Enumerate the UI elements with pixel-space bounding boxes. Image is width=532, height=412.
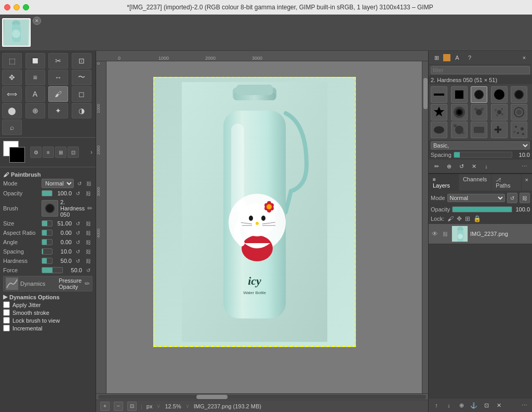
incremental-row[interactable]: Incremental (3, 325, 92, 331)
mode-select[interactable]: Normal (42, 179, 74, 188)
maximize-button[interactable] (23, 4, 29, 10)
canvas-content[interactable]: icy Water Bottle (107, 61, 422, 393)
layer-chain-icon[interactable]: ⛓ (441, 230, 449, 238)
layer-item[interactable]: 👁 ⛓ IMG_2237.png (429, 224, 532, 244)
brushes-close-icon[interactable]: × (518, 52, 530, 63)
tool-grid2-btn[interactable]: ⊡ (68, 147, 79, 158)
status-add-btn[interactable]: + (100, 402, 110, 411)
h-scroll-track[interactable] (98, 395, 426, 399)
layer-delete-icon[interactable]: ✕ (493, 400, 504, 411)
h-scroll-thumb[interactable] (196, 395, 228, 399)
spacing-slider[interactable]: 10.0 (42, 248, 72, 255)
tool-paintbrush[interactable]: 🖌 (48, 86, 68, 102)
apply-jitter-row[interactable]: Apply Jitter (3, 301, 92, 308)
spacing-reset-icon[interactable]: ↺ (74, 247, 82, 256)
lock-alpha-icon[interactable]: ⊞ (465, 215, 470, 222)
edit-dynamics-btn[interactable]: ✏ (85, 280, 90, 287)
brush-menu-icon[interactable]: ⋯ (518, 161, 530, 172)
tool-rect-select[interactable]: ⬚ (2, 53, 22, 69)
brush-item-splat[interactable] (451, 122, 468, 138)
tool-eraser[interactable]: ◻ (72, 86, 91, 102)
tool-grid-btn[interactable]: ⊞ (55, 147, 66, 158)
opacity-reset-icon[interactable]: ↺ (74, 189, 82, 197)
tool-heal[interactable]: ✦ (48, 103, 68, 118)
mode-reset-icon[interactable]: ↺ (76, 179, 83, 188)
brush-item-scatter[interactable] (511, 122, 527, 138)
v-scroll-thumb[interactable] (423, 78, 428, 109)
close-tab-button[interactable]: ✕ (33, 17, 41, 25)
brush-duplicate-icon[interactable]: ⊕ (443, 161, 455, 172)
image-thumbnail[interactable] (2, 18, 31, 47)
brush-filter-input[interactable] (431, 66, 530, 74)
aspect-slider[interactable]: 0.00 (42, 230, 72, 236)
brush-item-chalk[interactable] (431, 122, 447, 138)
opacity-slider[interactable]: 100.0 (42, 190, 72, 196)
tool-flip[interactable]: ⟺ (2, 86, 22, 102)
apply-jitter-checkbox[interactable] (3, 301, 10, 308)
smooth-stroke-checkbox[interactable] (3, 309, 10, 316)
mode-chain-icon[interactable]: ⛓ (85, 179, 92, 188)
brush-delete-icon[interactable]: ✕ (468, 161, 480, 172)
brush-item-grunge[interactable] (471, 122, 487, 138)
force-reset-icon[interactable]: ↺ (84, 266, 92, 274)
brushes-grid-icon[interactable]: ⊞ (431, 52, 442, 63)
tool-crop[interactable]: ⊡ (72, 53, 91, 69)
layers-panel-close[interactable]: × (522, 174, 532, 185)
spacing-slider-panel[interactable] (454, 152, 512, 158)
h-scrollbar[interactable] (96, 393, 428, 400)
brush-item-cross[interactable]: ✚ (491, 122, 508, 138)
tool-transform[interactable]: ↔ (48, 70, 68, 85)
hardness-slider[interactable]: 50.0 (42, 258, 72, 264)
angle-reset-icon[interactable]: ↺ (74, 238, 82, 246)
brush-item-hardedge2[interactable] (511, 86, 527, 103)
tool-text[interactable]: A (25, 86, 45, 102)
layers-chain-btn[interactable]: ⛓ (520, 193, 530, 203)
tab-paths[interactable]: ⎇ Paths (491, 174, 521, 191)
brush-item-paint[interactable] (471, 104, 487, 121)
minimize-button[interactable] (14, 4, 20, 10)
tool-align[interactable]: ≡ (25, 70, 45, 85)
aspect-reset-icon[interactable]: ↺ (74, 229, 82, 237)
tool-clone[interactable]: ⊕ (25, 103, 45, 118)
brush-edit-icon[interactable]: ✏ (431, 161, 442, 172)
tool-lasso[interactable]: 🔲 (25, 53, 45, 69)
lock-paint-icon[interactable]: 🖌 (447, 215, 454, 222)
brush-item-square[interactable] (451, 86, 468, 103)
layers-menu-icon[interactable]: ⋯ (518, 400, 530, 411)
size-reset-icon[interactable]: ↺ (74, 219, 82, 228)
tab-layers[interactable]: ≡ Layers (429, 174, 459, 191)
layer-new-icon[interactable]: ↑ (431, 400, 442, 411)
opacity-chain-icon[interactable]: ⛓ (84, 189, 92, 197)
incremental-checkbox[interactable] (3, 325, 10, 331)
brushes-help-icon[interactable]: ? (464, 52, 475, 63)
smooth-stroke-row[interactable]: Smooth stroke (3, 309, 92, 316)
tool-fuzzy-select[interactable]: ✂ (48, 53, 68, 69)
tab-channels[interactable]: Channels (459, 174, 491, 191)
edit-brush-btn[interactable]: ✏ (87, 205, 92, 212)
brush-icon[interactable] (42, 200, 58, 217)
brush-save-icon[interactable]: ↓ (481, 161, 492, 172)
tool-zoom[interactable]: ⌕ (2, 119, 22, 135)
layers-mode-select[interactable]: Normal (447, 194, 505, 202)
lock-brush-row[interactable]: Lock brush to view (3, 317, 92, 324)
tool-info-btn[interactable]: ≡ (43, 147, 54, 158)
brush-item-fuzzy[interactable] (451, 104, 468, 121)
v-scrollbar[interactable] (422, 61, 428, 393)
layer-duplicate-icon[interactable]: ⊕ (456, 400, 467, 411)
layer-merge-icon[interactable]: ⊡ (481, 400, 492, 411)
tool-fill[interactable]: ⬤ (2, 103, 22, 118)
brush-item-hardness050[interactable] (471, 86, 487, 103)
layers-reset-btn[interactable]: ↺ (507, 193, 517, 203)
brush-item-hardedge[interactable] (431, 86, 447, 103)
dynamics-options-header[interactable]: ▶ Dynamics Options (3, 294, 92, 300)
close-button[interactable] (4, 4, 10, 10)
foreground-color-swatch[interactable] (9, 147, 25, 163)
layers-opacity-slider[interactable] (452, 206, 512, 212)
size-slider[interactable]: 51.00 (42, 220, 72, 227)
brush-category-select[interactable]: Basic, (431, 141, 530, 150)
brush-refresh-icon[interactable]: ↺ (456, 161, 467, 172)
tool-move[interactable]: ✥ (2, 70, 22, 85)
hardness-reset-icon[interactable]: ↺ (74, 257, 82, 265)
layer-anchor-icon[interactable]: ⚓ (468, 400, 480, 411)
lock-brush-checkbox[interactable] (3, 317, 10, 324)
